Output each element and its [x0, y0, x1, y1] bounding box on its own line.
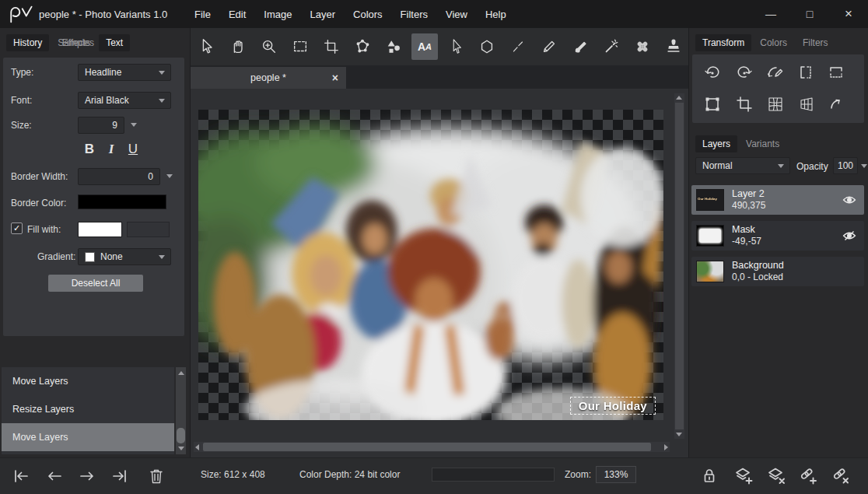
tab-samples[interactable]: Samples — [51, 34, 101, 51]
scroll-down-icon[interactable] — [676, 433, 682, 436]
visibility-eye-icon[interactable] — [842, 194, 856, 208]
flip-vertical-icon[interactable] — [824, 61, 848, 84]
clone-stamp-tool[interactable] — [660, 33, 687, 60]
close-button[interactable]: × — [829, 0, 868, 28]
zoom-value-box[interactable]: 133% — [596, 466, 636, 483]
maximize-button[interactable]: □ — [790, 0, 829, 28]
underline-button[interactable]: U — [124, 142, 142, 157]
history-scrollbar[interactable] — [176, 367, 186, 454]
menu-filters[interactable]: Filters — [401, 9, 428, 20]
size-input[interactable]: 9 — [78, 117, 124, 134]
polygon-shape-tool[interactable] — [474, 33, 500, 60]
brush-tool[interactable] — [567, 33, 593, 60]
flip-horizontal-icon[interactable] — [794, 61, 817, 84]
scroll-up-icon[interactable] — [676, 96, 682, 100]
undo-button[interactable] — [43, 464, 66, 488]
redo-button[interactable] — [75, 464, 99, 488]
patch-tool[interactable] — [629, 33, 656, 60]
fill-secondary-swatch[interactable] — [127, 222, 170, 237]
photo-document[interactable]: Our Holiday — [198, 110, 663, 420]
border-width-input[interactable]: 0 — [78, 168, 160, 185]
menu-edit[interactable]: Edit — [229, 9, 246, 20]
tab-colors[interactable]: Colors — [753, 34, 794, 51]
pencil-tool[interactable] — [536, 33, 562, 60]
text-tool[interactable]: AA — [411, 33, 438, 60]
resize-icon[interactable] — [701, 93, 724, 116]
menu-image[interactable]: Image — [264, 9, 292, 20]
free-rotate-icon[interactable] — [764, 61, 787, 84]
pan-hand-tool[interactable] — [225, 33, 251, 60]
type-select[interactable]: Headline — [78, 64, 171, 81]
scroll-right-icon[interactable] — [664, 444, 668, 450]
tab-filters[interactable]: Filters — [796, 34, 835, 51]
tab-variants[interactable]: Variants — [739, 135, 786, 152]
zoom-magnifier-tool[interactable] — [256, 33, 282, 60]
history-item[interactable]: Move Layers — [2, 367, 174, 395]
tab-transform[interactable]: Transform — [695, 34, 751, 51]
canvas-horizontal-scrollbar[interactable] — [194, 442, 670, 452]
shapes-tool[interactable] — [380, 33, 407, 60]
lock-icon[interactable] — [698, 464, 721, 488]
fill-color-swatch[interactable] — [78, 222, 122, 237]
text-layer-selection[interactable]: Our Holiday — [570, 397, 656, 415]
gradient-select[interactable]: None — [78, 248, 171, 265]
tab-history[interactable]: History — [6, 34, 49, 51]
deselect-all-button[interactable]: Deselect All — [48, 275, 143, 292]
scrollbar-thumb[interactable] — [203, 443, 651, 451]
layer-row-mask[interactable]: Mask -49,-57 — [691, 221, 864, 251]
opacity-spinner-icon[interactable] — [861, 164, 867, 168]
visibility-eye-off-icon[interactable] — [842, 230, 856, 244]
menu-file[interactable]: File — [194, 9, 211, 20]
scroll-left-icon[interactable] — [195, 444, 199, 450]
select-cursor-tool[interactable] — [194, 33, 220, 60]
menu-help[interactable]: Help — [485, 9, 506, 20]
scrollbar-thumb[interactable] — [177, 428, 185, 443]
scroll-up-icon[interactable] — [178, 371, 184, 375]
crop-icon[interactable] — [733, 93, 756, 116]
line-tool[interactable] — [505, 33, 531, 60]
tab-close-icon[interactable]: × — [332, 72, 338, 84]
font-select[interactable]: Arial Black — [78, 92, 171, 109]
perspective-icon[interactable] — [794, 93, 817, 116]
border-width-spinner-icon[interactable] — [166, 174, 173, 178]
redo-to-end-button[interactable] — [108, 464, 131, 488]
add-link-icon[interactable] — [796, 464, 820, 488]
add-layer-icon[interactable] — [732, 464, 755, 488]
remove-link-icon[interactable] — [829, 464, 852, 488]
delete-history-trash-icon[interactable] — [145, 464, 168, 488]
delete-layer-icon[interactable] — [765, 464, 788, 488]
size-spinner-icon[interactable] — [131, 123, 137, 127]
document-tab[interactable]: people * × — [191, 67, 346, 89]
bold-button[interactable]: B — [81, 142, 98, 157]
canvas-viewport[interactable]: Our Holiday — [191, 89, 688, 457]
opacity-input[interactable]: 100 — [833, 157, 858, 174]
italic-button[interactable]: I — [103, 142, 120, 157]
tab-layers[interactable]: Layers — [695, 135, 737, 152]
chevron-down-icon — [159, 71, 165, 75]
canvas-vertical-scrollbar[interactable] — [674, 93, 684, 439]
history-item-selected[interactable]: Move Layers — [2, 423, 174, 451]
rect-select-tool[interactable] — [287, 33, 313, 60]
scrollbar-thumb[interactable] — [675, 103, 684, 429]
blend-mode-select[interactable]: Normal — [695, 157, 790, 174]
layer-row-layer2[interactable]: Our Holiday Layer 2 490,375 — [691, 185, 864, 215]
scroll-down-icon[interactable] — [178, 447, 184, 450]
undo-to-start-button[interactable] — [9, 464, 33, 488]
menu-view[interactable]: View — [446, 9, 467, 20]
layer-row-background[interactable]: Background 0,0 - Locked — [691, 257, 864, 286]
rotate-arrow-icon[interactable] — [824, 93, 848, 116]
minimize-button[interactable]: — — [751, 0, 790, 28]
magic-wand-tool[interactable] — [598, 33, 625, 60]
polygon-select-tool[interactable] — [349, 33, 376, 60]
node-select-tool[interactable] — [443, 33, 469, 60]
tab-text[interactable]: Text — [99, 34, 130, 51]
rotate-left-icon[interactable] — [701, 61, 724, 84]
menu-layer[interactable]: Layer — [310, 9, 336, 20]
menu-colors[interactable]: Colors — [353, 9, 383, 20]
history-item[interactable]: Resize Layers — [2, 395, 174, 423]
border-color-swatch[interactable] — [78, 194, 166, 209]
rotate-right-icon[interactable] — [733, 61, 756, 84]
crop-tool[interactable] — [318, 33, 345, 60]
fill-with-checkbox[interactable]: ✓ — [11, 222, 23, 234]
mesh-warp-icon[interactable] — [764, 93, 787, 116]
